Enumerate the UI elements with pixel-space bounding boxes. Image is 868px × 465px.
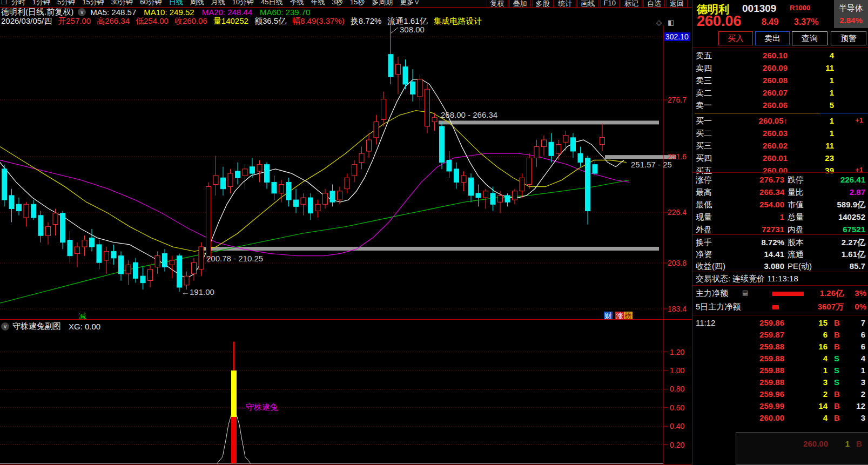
- tick-row[interactable]: 259.884S4: [692, 353, 868, 365]
- tool-button-画线[interactable]: 画线: [577, 0, 599, 7]
- candle-body: [104, 251, 109, 260]
- order-volume: 1: [790, 116, 834, 125]
- gainers-tag-bang[interactable]: 榜: [624, 312, 633, 320]
- tick-row[interactable]: 259.876B6: [692, 329, 868, 341]
- tick-side: S: [834, 354, 839, 363]
- trade-button-买入[interactable]: 买入: [718, 31, 753, 45]
- period-tab-分时[interactable]: 分时: [11, 0, 25, 7]
- collapse-chevron-icon[interactable]: ∨: [78, 8, 86, 16]
- period-tab-60分钟[interactable]: 60分钟: [140, 0, 162, 7]
- flow-label: 5日主力净额: [696, 302, 741, 312]
- tick-count: 12: [845, 401, 865, 410]
- main-y-label: 203.8: [668, 259, 687, 267]
- stat-label: 跌停: [788, 175, 804, 185]
- flow-value: 3607万: [795, 302, 844, 312]
- tick-row[interactable]: 259.962B2: [692, 388, 868, 400]
- period-tab-45日线[interactable]: 45日线: [261, 0, 282, 7]
- candle-body: [163, 254, 167, 267]
- gainers-tag-zhang[interactable]: 涨: [615, 312, 624, 320]
- candlestick-chart-canvas: [0, 25, 692, 465]
- order-price[interactable]: 260.07: [728, 88, 788, 97]
- trade-button-查询[interactable]: 查询: [792, 31, 827, 45]
- order-book-row[interactable]: 卖五260.104: [692, 50, 868, 62]
- tool-button-返回[interactable]: 返回: [666, 0, 688, 7]
- period-tab-周线[interactable]: 周线: [190, 0, 204, 7]
- order-volume: 11: [790, 141, 834, 150]
- order-price[interactable]: 260.06: [728, 100, 788, 110]
- stat-value: 1.61亿: [817, 250, 865, 260]
- period-tab-季线[interactable]: 季线: [290, 0, 304, 7]
- period-tab-1分钟[interactable]: 1分钟: [32, 0, 50, 7]
- order-book-row[interactable]: 卖二260.071: [692, 87, 868, 99]
- order-book-row[interactable]: 买三260.0211: [692, 140, 868, 152]
- order-price[interactable]: 260.03: [728, 129, 788, 138]
- candle-body: [498, 196, 503, 202]
- tool-button-多股[interactable]: 多股: [532, 0, 554, 7]
- ma10-line: [0, 111, 627, 252]
- order-book-row[interactable]: 买一260.05↑1+1: [692, 115, 868, 127]
- tick-count: 6: [845, 330, 865, 339]
- info-item: 额36.5亿: [254, 16, 286, 26]
- tick-row[interactable]: 259.9914B12: [692, 400, 868, 412]
- annotation-high: 308.00: [400, 25, 425, 34]
- trade-button-预警[interactable]: 预警: [831, 31, 866, 45]
- order-book-row[interactable]: 卖四260.0911: [692, 62, 868, 75]
- list-icon[interactable]: ▤: [742, 289, 748, 296]
- period-tab-月线[interactable]: 月线: [211, 0, 225, 7]
- order-price[interactable]: 260.10: [728, 51, 788, 60]
- drawn-range-bar: [439, 120, 659, 124]
- period-tab-10分钟[interactable]: 10分钟: [232, 0, 254, 7]
- tool-button-F10[interactable]: F10: [600, 0, 620, 7]
- order-volume: 1: [790, 76, 834, 85]
- quote-panel: 德明利 001309 R1000 260.06 8.49 3.37% 半导体 2…: [692, 0, 868, 465]
- tick-row[interactable]: 259.883S3: [692, 376, 868, 388]
- tool-button-叠加[interactable]: 叠加: [509, 0, 531, 7]
- stat-value: 2.87: [817, 187, 865, 197]
- order-price[interactable]: 260.08: [728, 76, 788, 85]
- tick-row[interactable]: 260.004B3: [692, 412, 868, 424]
- candle-body: [359, 153, 364, 162]
- candle-body: [315, 204, 320, 211]
- order-book-row[interactable]: 买二260.031: [692, 127, 868, 140]
- finance-tag[interactable]: 财: [604, 312, 613, 320]
- tick-row[interactable]: 259.881S1: [692, 365, 868, 376]
- trade-button-卖出[interactable]: 卖出: [755, 31, 790, 45]
- period-tab-3秒[interactable]: 3秒: [332, 0, 343, 7]
- panel-divider-line: [692, 315, 868, 315]
- period-tab-日线[interactable]: 日线: [169, 0, 183, 7]
- tick-row[interactable]: 259.8816B6: [692, 341, 868, 353]
- stat-label: 量比: [788, 187, 804, 198]
- stat-value: 1: [728, 212, 784, 221]
- order-book-row[interactable]: 卖三260.081: [692, 75, 868, 87]
- period-tab-30分钟[interactable]: 30分钟: [111, 0, 133, 7]
- tick-volume: 3: [793, 378, 827, 387]
- candle-body: [440, 126, 445, 163]
- tick-row[interactable]: 11:12259.8615B7: [692, 317, 868, 329]
- sub-collapse-chevron-icon[interactable]: ∨: [1, 322, 9, 331]
- period-tab-5分钟[interactable]: 5分钟: [57, 0, 75, 7]
- sub-chart-value: XG: 0.00: [69, 322, 100, 331]
- panel-divider-line: [692, 285, 868, 286]
- order-book-row[interactable]: 卖一260.065: [692, 99, 868, 112]
- order-book-row[interactable]: 买四260.0123: [692, 152, 868, 165]
- order-price[interactable]: 260.05↑: [728, 116, 788, 125]
- window-icon[interactable]: ❐: [1, 0, 7, 6]
- order-price[interactable]: 260.02: [728, 141, 788, 150]
- tool-button-自选[interactable]: 自选: [643, 0, 665, 7]
- tool-button-复权[interactable]: 复权: [487, 0, 508, 7]
- flow-pct: 3%: [850, 288, 866, 298]
- period-tab-15分钟[interactable]: 15分钟: [82, 0, 104, 7]
- order-price[interactable]: 260.01: [728, 153, 788, 163]
- order-price[interactable]: 260.09: [728, 63, 788, 72]
- tick-volume: 1: [793, 366, 827, 375]
- tool-button-统计[interactable]: 统计: [555, 0, 576, 7]
- period-tab-多周期[interactable]: 多周期: [372, 0, 393, 7]
- candle-body: [199, 247, 204, 269]
- period-tab-年线[interactable]: 年线: [311, 0, 325, 7]
- period-tab-更多∨[interactable]: 更多∨: [400, 0, 420, 7]
- candle-body: [286, 182, 291, 200]
- candle-body: [60, 213, 65, 242]
- tool-button-标记[interactable]: 标记: [621, 0, 642, 7]
- period-tab-15秒[interactable]: 15秒: [350, 0, 365, 7]
- sector-box[interactable]: 半导体 2.84%: [834, 0, 868, 28]
